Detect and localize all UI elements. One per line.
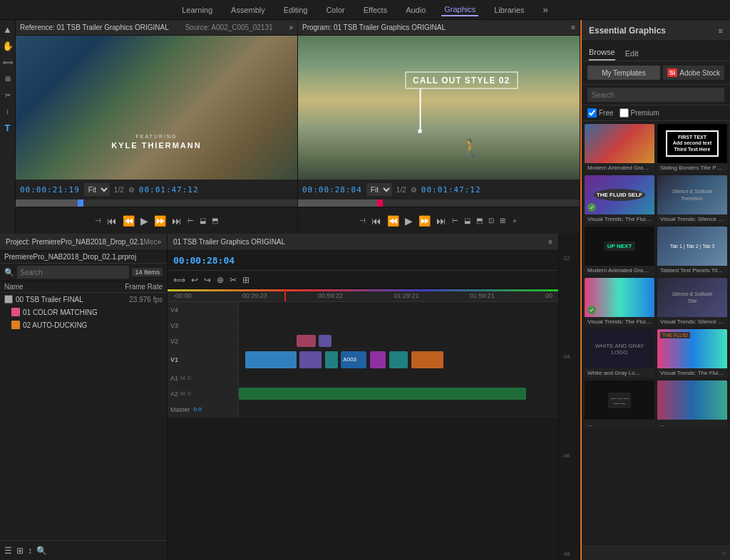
program-zoom-select[interactable]: Fit [366, 183, 392, 196]
tab-edit[interactable]: Edit [625, 49, 639, 61]
footer-grid-icon[interactable]: ⊞ [16, 546, 24, 556]
source-insert[interactable]: ⬓ [200, 217, 206, 224]
eg-card-8[interactable]: Silence & SolitudeTitle Visual Trends: S… [657, 278, 727, 326]
track-content-v4[interactable] [239, 302, 558, 317]
track-content-a1[interactable] [239, 370, 558, 385]
program-scrubber-thumb[interactable] [377, 199, 383, 207]
tl-tool-4[interactable]: ⊕ [217, 275, 224, 285]
tl-tool-2[interactable]: ↩ [191, 275, 198, 285]
clip-v1-2[interactable] [299, 351, 322, 368]
tl-tool-5[interactable]: ✂ [230, 275, 237, 285]
track-content-v3[interactable] [239, 318, 558, 333]
project-search-input[interactable] [17, 266, 129, 279]
prog-marker-out[interactable]: ⊢ [452, 217, 458, 224]
nav-libraries[interactable]: Libraries [491, 4, 527, 16]
clip-a2-1[interactable] [239, 388, 526, 400]
eg-card-5[interactable]: UP NEXT Modern Animated Gradi... [585, 227, 654, 275]
eg-card-11[interactable]: — — —— — ... [585, 380, 654, 429]
source-wrench-icon[interactable]: ⚙ [128, 186, 135, 194]
free-checkbox[interactable] [587, 108, 597, 118]
source-zoom-select[interactable]: Fit [84, 183, 110, 196]
clip-v1-4[interactable]: A003 [341, 351, 366, 368]
source-scrubber[interactable] [16, 199, 297, 207]
prog-frame-back[interactable]: ⏪ [387, 215, 399, 227]
adobe-stock-btn[interactable]: Si Adobe Stock [663, 66, 724, 80]
eg-card-4[interactable]: Silence & SolitudeTransition. Visual Tre… [657, 175, 727, 224]
eg-menu-icon[interactable]: ≡ [719, 26, 723, 35]
clip-v1-6[interactable] [389, 351, 408, 368]
source-frame-back[interactable]: ⏪ [123, 215, 135, 227]
program-scrubber[interactable] [298, 199, 580, 207]
eg-card-2[interactable]: FIRST TEXTAdd second textThird Text Here… [657, 124, 727, 172]
clip-v1-1[interactable] [245, 351, 297, 368]
trim-tool[interactable]: ⊞ [1, 72, 14, 85]
clip-v1-7[interactable] [411, 351, 443, 368]
eg-card-9[interactable]: WHITE AND GRAYLOGO White and Gray Lo... [585, 329, 654, 378]
prog-step-back[interactable]: ⏮ [371, 215, 381, 227]
premium-checkbox[interactable] [620, 108, 629, 118]
nav-audio[interactable]: Audio [403, 4, 428, 16]
eg-search-input[interactable] [587, 88, 724, 102]
footer-sort-icon[interactable]: ↕ [28, 546, 32, 556]
tl-tool-6[interactable]: ⊞ [242, 275, 250, 285]
prog-multi-cam[interactable]: ⊞ [500, 217, 505, 224]
project-expand-icon[interactable]: » [157, 238, 161, 246]
prog-marker-in[interactable]: ⊣ [359, 217, 366, 224]
clip-v2-2[interactable] [319, 335, 331, 347]
clip-v2-1[interactable] [297, 335, 316, 347]
footer-list-icon[interactable]: ☰ [4, 546, 12, 556]
timeline-playhead[interactable] [284, 289, 286, 301]
prog-step-fwd[interactable]: ⏭ [436, 215, 446, 227]
nav-graphics[interactable]: Graphics [441, 4, 478, 16]
source-marker-in[interactable]: ⊣ [95, 217, 101, 224]
source-step-back[interactable]: ⏮ [107, 215, 117, 227]
eg-card-1[interactable]: Modern Animated Gradi... [585, 124, 654, 172]
prog-extract[interactable]: ⬒ [476, 217, 483, 224]
track-content-master[interactable] [239, 402, 558, 417]
hand-tool[interactable]: ✋ [1, 39, 14, 52]
tl-tool-3[interactable]: ↪ [204, 275, 211, 285]
nav-editing[interactable]: Editing [281, 4, 311, 16]
prog-lift[interactable]: ⬓ [464, 217, 471, 224]
nav-more[interactable]: » [540, 3, 551, 16]
source-marker-out[interactable]: ⊢ [187, 217, 194, 224]
my-templates-btn[interactable]: My Templates [587, 66, 660, 80]
prog-play[interactable]: ▶ [405, 215, 413, 227]
program-expand-icon[interactable]: ≡ [571, 24, 575, 31]
nav-learning[interactable]: Learning [179, 4, 215, 16]
eg-card-7[interactable]: ✓ Visual Trends: The Fluid ... [585, 278, 654, 326]
tab-browse[interactable]: Browse [589, 48, 615, 61]
slip-tool[interactable]: ↕ [1, 105, 14, 118]
text-tool[interactable]: T [1, 121, 14, 134]
tl-tool-1[interactable]: ⟺ [173, 275, 185, 285]
timeline-menu-icon[interactable]: ≡ [548, 238, 552, 246]
eg-card-12[interactable]: ... [657, 380, 727, 429]
prog-frame-fwd[interactable]: ⏩ [418, 215, 431, 227]
free-filter[interactable]: Free [587, 108, 614, 118]
nav-effects[interactable]: Effects [361, 4, 390, 16]
source-play[interactable]: ▶ [140, 215, 148, 227]
program-wrench-icon[interactable]: ⚙ [411, 186, 417, 194]
source-expand-icon[interactable]: » [289, 24, 293, 31]
zoom-tool[interactable]: ⟺ [1, 56, 14, 68]
select-tool[interactable]: ▲ [1, 23, 14, 36]
source-overwrite[interactable]: ⬒ [212, 217, 218, 224]
nav-assembly[interactable]: Assembly [228, 4, 268, 16]
eg-card-6[interactable]: Tab 1 | Tab 2 | Tab 3 Tabbed Text Panels… [657, 227, 727, 275]
track-content-v1[interactable]: A003 [239, 349, 558, 370]
clip-v1-5[interactable] [370, 351, 386, 368]
source-frame-fwd[interactable]: ⏩ [154, 215, 166, 227]
prog-export[interactable]: ⊡ [488, 217, 494, 224]
source-scrubber-thumb[interactable] [78, 199, 83, 207]
footer-search2-icon[interactable]: 🔍 [36, 546, 47, 556]
list-item[interactable]: 01 COLOR MATCHING [0, 306, 167, 318]
nav-color[interactable]: Color [323, 4, 347, 16]
eg-card-3[interactable]: THE FLUID SELF ✓ Visual Trends: The Flui… [585, 175, 654, 224]
premium-filter[interactable]: Premium [620, 108, 659, 118]
track-content-v2[interactable] [239, 333, 558, 348]
razor-tool[interactable]: ✂ [1, 88, 14, 101]
list-item[interactable]: 00 TSB Trailer FINAL 23.976 fps [0, 293, 167, 306]
clip-v1-3[interactable] [325, 351, 338, 368]
track-content-a2[interactable] [239, 386, 558, 401]
list-item[interactable]: 02 AUTO-DUCKING [0, 318, 167, 331]
